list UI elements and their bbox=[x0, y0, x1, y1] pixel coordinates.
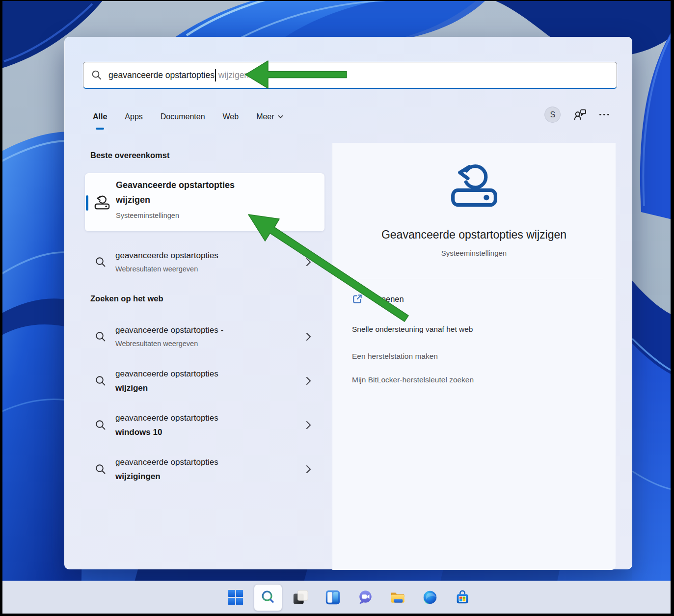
divider bbox=[352, 279, 603, 279]
taskbar bbox=[0, 581, 674, 614]
screenshot-border bbox=[671, 0, 674, 616]
avatar[interactable]: S bbox=[544, 107, 561, 123]
search-icon bbox=[95, 419, 107, 431]
search-icon bbox=[95, 256, 107, 268]
start-button[interactable] bbox=[227, 586, 244, 609]
file-explorer-icon bbox=[389, 589, 406, 606]
taskbar-search-button[interactable] bbox=[259, 586, 277, 609]
suggestion-line1: geavanceerde opstartopties bbox=[115, 248, 218, 263]
search-query-text: geavanceerde opstartopties bbox=[108, 70, 215, 80]
suggestion-line2: Webresultaten weergeven bbox=[115, 263, 218, 276]
search-icon bbox=[95, 331, 107, 343]
best-match-title: Geavanceerde opstartopties wijzigen bbox=[116, 178, 263, 207]
detail-subtitle: Systeeminstellingen bbox=[332, 246, 616, 260]
result-detail-pane: Geavanceerde opstartopties wijzigen Syst… bbox=[332, 143, 616, 570]
detail-link[interactable]: Een herstelstation maken bbox=[352, 349, 438, 364]
taskbar-search-icon bbox=[260, 589, 276, 606]
screenshot-border bbox=[0, 614, 674, 616]
web-search-item[interactable]: geavanceerde opstartopties wijzigingen bbox=[85, 450, 324, 489]
search-icon bbox=[95, 375, 107, 387]
autocomplete-ghost-text: wijzigen bbox=[216, 70, 249, 80]
file-explorer-button[interactable] bbox=[389, 586, 406, 609]
chat-icon bbox=[357, 589, 374, 606]
open-action[interactable]: Openen bbox=[352, 290, 404, 308]
best-match-subtitle: Systeeminstellingen bbox=[116, 209, 179, 222]
widgets-button[interactable] bbox=[324, 586, 342, 609]
recovery-icon bbox=[94, 195, 110, 210]
store-button[interactable] bbox=[454, 586, 471, 609]
tab-apps[interactable]: Apps bbox=[125, 109, 142, 124]
edge-button[interactable] bbox=[421, 586, 439, 609]
best-match-result[interactable]: Geavanceerde opstartopties wijzigen Syst… bbox=[85, 173, 324, 231]
chevron-right-icon bbox=[305, 375, 312, 386]
chevron-right-icon bbox=[305, 420, 312, 430]
search-filter-tabs: Alle Apps Documenten Web Meer bbox=[93, 109, 283, 124]
search-suggestion-item[interactable]: geavanceerde opstartopties Webresultaten… bbox=[85, 245, 324, 279]
selection-accent-bar bbox=[86, 195, 88, 211]
tab-alle[interactable]: Alle bbox=[93, 109, 107, 124]
chevron-right-icon bbox=[305, 331, 312, 342]
external-link-icon bbox=[352, 294, 363, 304]
screenshot-border bbox=[0, 0, 674, 1]
search-header-icons: S bbox=[544, 107, 609, 123]
tab-web[interactable]: Web bbox=[223, 109, 239, 124]
store-icon bbox=[454, 589, 471, 606]
widgets-icon bbox=[324, 589, 341, 606]
feedback-icon[interactable] bbox=[573, 108, 587, 121]
search-input[interactable]: geavanceerde opstartopties wijzigen bbox=[83, 62, 617, 89]
chevron-right-icon bbox=[305, 464, 312, 475]
chevron-down-icon bbox=[278, 115, 283, 119]
task-view-button[interactable] bbox=[292, 586, 309, 609]
chat-button[interactable] bbox=[356, 586, 374, 609]
search-icon bbox=[95, 463, 107, 475]
detail-link[interactable]: Mijn BitLocker-herstelsleutel zoeken bbox=[352, 373, 474, 387]
task-view-icon bbox=[292, 589, 309, 606]
tab-documenten[interactable]: Documenten bbox=[161, 109, 205, 124]
detail-link[interactable]: Snelle ondersteuning vanaf het web bbox=[352, 322, 473, 337]
chevron-right-icon bbox=[305, 257, 312, 268]
screenshot-border bbox=[0, 0, 2, 616]
tab-meer[interactable]: Meer bbox=[256, 109, 283, 124]
web-search-item[interactable]: geavanceerde opstartopties wijzigen bbox=[85, 361, 324, 401]
best-match-header: Beste overeenkomst bbox=[90, 151, 169, 160]
windows-start-icon bbox=[227, 589, 244, 606]
recovery-icon bbox=[449, 162, 500, 207]
more-options-icon[interactable] bbox=[599, 114, 609, 116]
web-search-item[interactable]: geavanceerde opstartopties - Webresultat… bbox=[85, 317, 324, 356]
detail-title: Geavanceerde opstartopties wijzigen bbox=[332, 226, 616, 243]
web-search-item[interactable]: geavanceerde opstartopties windows 10 bbox=[85, 405, 324, 445]
search-flyout-panel: geavanceerde opstartopties wijzigen Alle… bbox=[64, 37, 632, 569]
web-search-header: Zoeken op het web bbox=[90, 294, 163, 303]
edge-icon bbox=[422, 589, 438, 606]
search-icon bbox=[91, 70, 102, 80]
open-label: Openen bbox=[375, 295, 404, 304]
